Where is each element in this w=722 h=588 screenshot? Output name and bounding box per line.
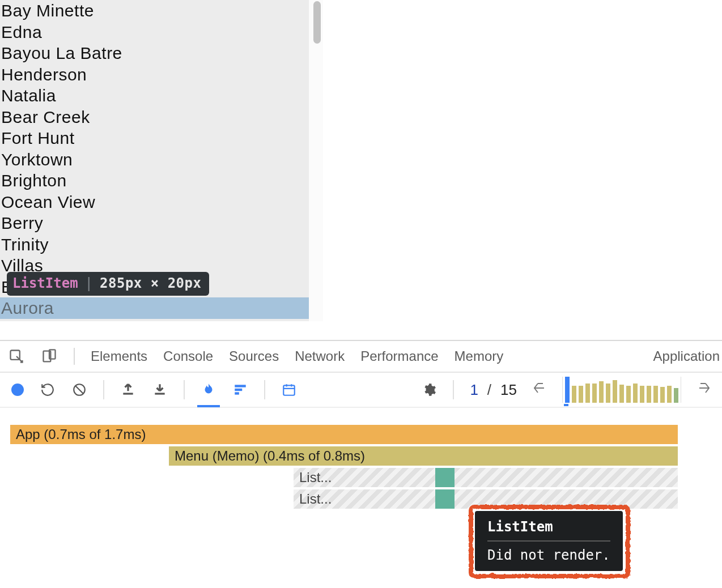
- tab-application[interactable]: Application: [653, 348, 722, 364]
- list-item[interactable]: Berry: [0, 212, 309, 234]
- devtools-panel: Elements Console Sources Network Perform…: [0, 340, 722, 511]
- did-not-render-callout: ListItem Did not render.: [468, 504, 630, 578]
- scrollbar-track[interactable]: [309, 0, 323, 321]
- dnr-title: ListItem: [487, 519, 610, 542]
- inspected-element-dimensions: 285px × 20px: [100, 275, 201, 291]
- inspected-element-name: ListItem: [12, 275, 78, 291]
- divider: [103, 380, 104, 399]
- export-profile-icon[interactable]: [152, 382, 168, 398]
- import-profile-icon[interactable]: [120, 382, 136, 398]
- tab-console[interactable]: Console: [163, 348, 213, 364]
- minibar[interactable]: [585, 384, 590, 403]
- flame-render-cell[interactable]: [435, 468, 455, 487]
- element-inspector-tooltip: ListItem | 285px × 20px: [7, 272, 209, 296]
- minibar[interactable]: [640, 386, 644, 403]
- minibar[interactable]: [633, 384, 638, 403]
- next-commit-button[interactable]: [697, 381, 711, 398]
- tab-elements[interactable]: Elements: [91, 348, 147, 364]
- minibar[interactable]: [565, 377, 570, 403]
- divider: [184, 380, 185, 399]
- minibar[interactable]: [572, 386, 576, 403]
- paginator-separator: /: [487, 381, 491, 399]
- list-item[interactable]: Bay Minette: [0, 0, 309, 22]
- inspect-element-icon[interactable]: [8, 348, 25, 365]
- prev-commit-button[interactable]: [533, 381, 546, 398]
- flame-render-cell[interactable]: [435, 489, 455, 509]
- tab-network[interactable]: Network: [295, 348, 345, 364]
- minibar[interactable]: [647, 386, 651, 403]
- divider-icon: |: [85, 275, 93, 291]
- gear-icon[interactable]: [421, 382, 437, 398]
- tab-memory[interactable]: Memory: [455, 348, 504, 364]
- dnr-body: Did not render.: [487, 547, 610, 563]
- svg-rect-6: [235, 385, 246, 387]
- total-commits: 15: [500, 381, 517, 399]
- device-toolbar-icon[interactable]: [41, 348, 58, 365]
- tab-performance[interactable]: Performance: [360, 348, 438, 364]
- divider: [453, 380, 454, 399]
- list-item[interactable]: Brighton: [0, 170, 309, 191]
- minibar[interactable]: [674, 388, 678, 403]
- divider: [264, 380, 265, 399]
- minibar[interactable]: [653, 386, 658, 403]
- ranked-tab-icon[interactable]: [232, 382, 248, 398]
- commit-paginator: 1 / 15: [470, 381, 517, 399]
- minibar[interactable]: [579, 386, 583, 403]
- svg-rect-8: [235, 392, 239, 394]
- minibar[interactable]: [613, 380, 617, 403]
- minibar[interactable]: [626, 386, 631, 403]
- profiler-toolbar: 1 / 15: [0, 373, 722, 408]
- did-not-render-tooltip: ListItem Did not render.: [475, 511, 623, 571]
- svg-rect-4: [123, 393, 133, 394]
- tab-sources[interactable]: Sources: [229, 348, 279, 364]
- clear-icon[interactable]: [71, 382, 87, 398]
- list-item[interactable]: Trinity: [0, 234, 309, 255]
- reload-icon[interactable]: [40, 382, 56, 398]
- current-commit-index: 1: [470, 381, 478, 399]
- svg-rect-9: [283, 385, 295, 395]
- flame-bar-listitem[interactable]: List...: [294, 468, 678, 487]
- minibar[interactable]: [592, 384, 597, 403]
- flamegraph-tab-icon[interactable]: [201, 382, 216, 398]
- devtools-tab-strip: Elements Console Sources Network Perform…: [0, 341, 722, 373]
- timeline-icon[interactable]: [281, 382, 297, 398]
- list-item[interactable]: Fort Hunt: [0, 127, 309, 149]
- list-item[interactable]: Bear Creek: [0, 106, 309, 128]
- list-item[interactable]: Henderson: [0, 64, 309, 86]
- minibar[interactable]: [619, 385, 624, 403]
- flame-bar-app[interactable]: App (0.7ms of 1.7ms): [10, 425, 678, 444]
- record-button[interactable]: [11, 384, 24, 396]
- flame-bar-label: List...: [299, 470, 332, 485]
- flame-bar-label: List...: [299, 491, 332, 507]
- commit-minibar-chart[interactable]: [562, 377, 681, 403]
- list-item[interactable]: Bayou La Batre: [0, 42, 309, 64]
- minibar[interactable]: [606, 384, 610, 403]
- list-item[interactable]: Ocean View: [0, 191, 309, 213]
- app-preview-pane: Bay Minette Edna Bayou La Batre Henderso…: [0, 0, 323, 321]
- svg-rect-7: [235, 389, 242, 391]
- flame-bar-menu[interactable]: Menu (Memo) (0.4ms of 0.8ms): [169, 446, 678, 466]
- list-item-highlighted[interactable]: Aurora: [0, 297, 309, 319]
- svg-rect-5: [155, 393, 164, 394]
- scrollbar-thumb[interactable]: [313, 1, 321, 44]
- flamegraph[interactable]: App (0.7ms of 1.7ms) Menu (Memo) (0.4ms …: [0, 408, 722, 510]
- divider: [74, 348, 75, 365]
- list-item[interactable]: Yorktown: [0, 149, 309, 171]
- minibar[interactable]: [660, 387, 665, 403]
- list-item[interactable]: Edna: [0, 22, 309, 43]
- minibar[interactable]: [599, 381, 604, 403]
- minibar[interactable]: [667, 386, 672, 403]
- list-item[interactable]: Natalia: [0, 85, 309, 106]
